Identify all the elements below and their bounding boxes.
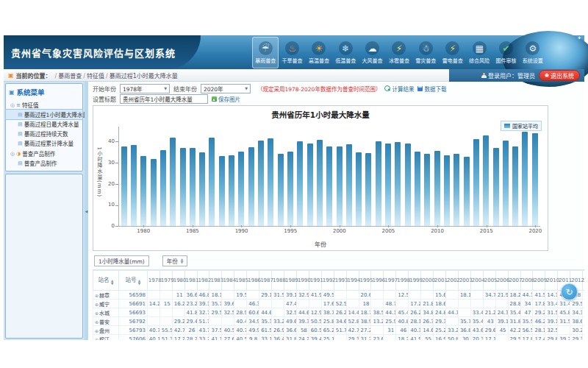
year-column-header-1994[interactable]: 1994: [346, 271, 359, 291]
bar-2017[interactable]: [503, 141, 509, 226]
tree-item-0-3[interactable]: ▤暴雨过程累计降水量: [6, 138, 82, 148]
year-column-header-1988[interactable]: 1988: [272, 271, 284, 291]
year-column-header-1986[interactable]: 1986: [247, 271, 259, 291]
bar-2007[interactable]: [405, 144, 411, 226]
toolbar-item-risk[interactable]: ▦综合风险: [466, 37, 492, 68]
bar-2006[interactable]: [395, 142, 401, 226]
year-column-header-1991[interactable]: 1991: [309, 271, 321, 291]
toolbar-item-wind[interactable]: ☁大风普查: [359, 37, 385, 68]
id-column-header[interactable]: 站号 ▲▼: [118, 271, 147, 291]
year-column-header-1997[interactable]: 1997: [384, 271, 396, 291]
name-column-header[interactable]: 站名 ▲▼: [93, 271, 119, 291]
year-column-header-2008[interactable]: 2008: [520, 271, 533, 291]
data-download-button[interactable]: 数据下载: [417, 85, 446, 93]
bar-2018[interactable]: [512, 146, 518, 226]
year-column-header-1978[interactable]: 1978: [147, 271, 159, 291]
bar-2003[interactable]: [365, 153, 371, 226]
breadcrumb-item[interactable]: 暴雨过程1小时最大降水量: [110, 73, 178, 79]
bar-2020[interactable]: [532, 133, 538, 226]
toolbar-item-drought[interactable]: ♨干旱普查: [279, 37, 305, 68]
breadcrumb-item[interactable]: 特征值: [87, 73, 104, 79]
year-column-header-1989[interactable]: 1989: [284, 271, 296, 291]
bar-2013[interactable]: [464, 157, 470, 226]
year-column-header-1981[interactable]: 1981: [184, 271, 197, 291]
bar-2011[interactable]: [444, 155, 450, 226]
year-column-header-1995[interactable]: 1995: [359, 271, 371, 291]
year-column-header-1992[interactable]: 1992: [321, 271, 334, 291]
bar-2016[interactable]: [493, 148, 499, 226]
bar-1995[interactable]: [287, 152, 293, 227]
bar-1991[interactable]: [248, 147, 254, 227]
year-column-header-1982[interactable]: 1982: [197, 271, 209, 291]
year-sort-filter[interactable]: 年份▲▼: [162, 255, 187, 266]
tree-item-1-0[interactable]: ▤普查产品制作: [6, 158, 82, 168]
year-column-header-1993[interactable]: 1993: [334, 271, 346, 291]
bar-1985[interactable]: [190, 148, 196, 226]
toolbar-item-lightning[interactable]: ⚡雷电普查: [440, 37, 466, 68]
expand-row-icon[interactable]: ⊕: [95, 293, 98, 298]
value-type-filter[interactable]: 1小时降水量(mm): [94, 255, 149, 266]
tree-toggle-icon[interactable]: ◎: [10, 102, 15, 108]
bar-2009[interactable]: [424, 154, 430, 226]
year-column-header-1979[interactable]: 1979: [159, 271, 172, 291]
bar-1983[interactable]: [170, 138, 176, 226]
expand-row-icon[interactable]: ⊕: [95, 311, 98, 316]
bar-2002[interactable]: [356, 152, 362, 226]
bar-1999[interactable]: [326, 146, 332, 226]
bar-2015[interactable]: [483, 135, 489, 226]
bar-2001[interactable]: [346, 144, 352, 226]
bar-2004[interactable]: [376, 141, 381, 226]
bar-1993[interactable]: [268, 138, 273, 226]
start-year-select[interactable]: 1978年▼: [120, 84, 170, 93]
year-column-header-2007[interactable]: 2007: [508, 271, 520, 291]
end-year-select[interactable]: 2020年▼: [201, 84, 251, 93]
year-column-header-1999[interactable]: 1999: [409, 271, 421, 291]
year-column-header-1996[interactable]: 1996: [371, 271, 384, 291]
tree-item-0-1[interactable]: ▤暴雨过程日最大降水量: [6, 119, 82, 129]
year-column-header-2004[interactable]: 2004: [470, 271, 483, 291]
year-column-header-2009[interactable]: 2009: [533, 271, 545, 291]
bar-2019[interactable]: [522, 132, 528, 226]
station-name-cell[interactable]: ⊕水城: [93, 308, 119, 317]
toolbar-item-heat[interactable]: ☀高温普查: [306, 37, 332, 68]
bar-1998[interactable]: [317, 140, 323, 226]
bar-1982[interactable]: [160, 150, 166, 227]
toolbar-item-snow[interactable]: ☃雪灾普查: [412, 37, 439, 68]
bar-1992[interactable]: [258, 141, 264, 226]
bar-2000[interactable]: [337, 146, 343, 226]
bar-2005[interactable]: [385, 144, 391, 226]
save-image-button[interactable]: 保存图片: [212, 95, 240, 103]
year-column-header-2002[interactable]: 2002: [445, 271, 458, 291]
year-column-header-1987[interactable]: 1987: [259, 271, 272, 291]
tree-item-0-2[interactable]: ▤暴雨过程持续天数: [6, 129, 82, 138]
bar-1981[interactable]: [151, 159, 157, 226]
bar-1986[interactable]: [199, 152, 205, 226]
bar-2012[interactable]: [453, 154, 459, 226]
bar-2010[interactable]: [434, 151, 440, 226]
breadcrumb-item[interactable]: 暴雨普查: [58, 73, 82, 79]
bar-2008[interactable]: [415, 152, 420, 226]
year-column-header-1983[interactable]: 1983: [209, 271, 222, 291]
bar-1984[interactable]: [180, 148, 186, 226]
bar-1987[interactable]: [209, 138, 215, 226]
year-column-header-2001[interactable]: 2001: [434, 271, 446, 291]
toolbar-item-cold[interactable]: ❄低温普查: [332, 37, 359, 68]
tree-item-0-0[interactable]: ▤暴雨过程1小时最大降水量: [6, 110, 82, 119]
station-name-cell[interactable]: ⊕盘州: [93, 326, 119, 335]
year-column-header-2003[interactable]: 2003: [458, 271, 470, 291]
bar-1988[interactable]: [219, 156, 225, 227]
expand-row-icon[interactable]: ⊕: [95, 328, 98, 333]
toolbar-item-settings[interactable]: ⚙系统设置: [520, 37, 546, 68]
bar-1979[interactable]: [131, 145, 137, 226]
bar-1980[interactable]: [140, 156, 146, 227]
toolbar-item-hail[interactable]: ⚡冰雹普查: [386, 37, 412, 68]
station-name-cell[interactable]: ⊕普安: [93, 317, 119, 326]
bar-1994[interactable]: [278, 154, 284, 226]
logout-button[interactable]: ◉退出系统: [539, 70, 580, 81]
tree-toggle-icon[interactable]: ◎: [10, 151, 15, 157]
year-column-header-1980[interactable]: 1980: [172, 271, 184, 291]
station-name-cell[interactable]: ⊕榕江: [93, 335, 119, 341]
bar-1989[interactable]: [229, 155, 234, 226]
expand-row-icon[interactable]: ⊕: [95, 302, 98, 307]
calc-result-button[interactable]: 计算结果: [384, 85, 414, 93]
